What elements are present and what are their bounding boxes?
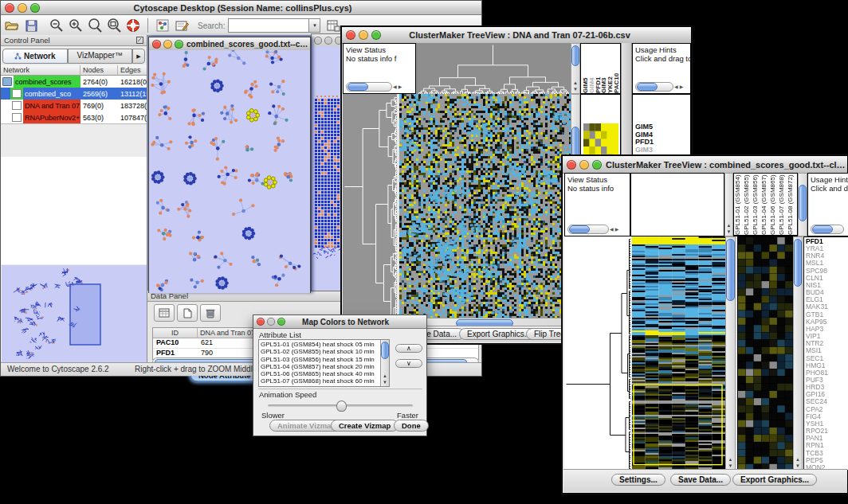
search-dropdown-arrow-icon[interactable]: ▼: [309, 18, 320, 33]
attribute-list-item[interactable]: GPL51-03 (GSM856) heat shock 15 min: [261, 356, 389, 363]
attribute-browser-icon[interactable]: [325, 18, 341, 33]
search-input[interactable]: [228, 18, 309, 33]
delete-attribute-trash-icon[interactable]: [200, 304, 221, 322]
minimize-button[interactable]: [324, 37, 332, 45]
gene-label[interactable]: FIG4: [806, 413, 848, 420]
zoom-fit-button[interactable]: [106, 18, 122, 33]
close-button[interactable]: [314, 37, 322, 45]
minimize-button[interactable]: [163, 40, 172, 49]
gene-label[interactable]: PUF3: [806, 377, 848, 384]
settings-button[interactable]: Settings...: [611, 474, 665, 486]
attribute-list-item[interactable]: GPL51-07 (GSM868) heat shock 60 min: [261, 377, 389, 385]
move-attribute-up-button[interactable]: ∧: [395, 344, 422, 353]
tv1-usage-scrollbar[interactable]: ◀▶: [635, 82, 684, 92]
gene-label[interactable]: SPC98: [806, 268, 848, 275]
gene-label[interactable]: HRD3: [806, 384, 848, 391]
tv1-column-dendrogram[interactable]: [416, 43, 571, 94]
tv1-status-scrollbar[interactable]: ◀▶: [346, 82, 402, 92]
gene-label[interactable]: YSH1: [806, 420, 848, 428]
attribute-list-item[interactable]: GPL51-04 (GSM857) heat shock 20 min: [261, 363, 389, 370]
tab-vizmapper[interactable]: VizMapper™: [68, 49, 133, 64]
gene-label[interactable]: GTB1: [806, 311, 848, 318]
save-button[interactable]: [23, 18, 39, 33]
gene-label[interactable]: MSL1: [806, 260, 848, 267]
tab-network[interactable]: Network: [2, 49, 68, 64]
gene-label[interactable]: RPN1: [806, 442, 848, 449]
network-list-row[interactable]: combined_sco2569(6)13112(15): [1, 88, 147, 100]
vizmapper-icon[interactable]: [155, 18, 171, 33]
close-button[interactable]: [152, 40, 161, 49]
tv1-dendro-vscrollbar[interactable]: ▲ ▼: [571, 43, 580, 94]
zoom-button[interactable]: [30, 3, 40, 13]
network-list-row[interactable]: RNAPuberNov2+I563(0)107847(0): [1, 111, 147, 123]
gene-label[interactable]: PFD1: [806, 238, 848, 245]
gene-label[interactable]: SEC1: [806, 355, 848, 362]
move-attribute-down-button[interactable]: ∨: [395, 359, 422, 368]
new-attribute-button[interactable]: [177, 304, 198, 322]
gene-label[interactable]: MSI1: [806, 347, 848, 354]
zoom-selected-button[interactable]: [87, 18, 103, 33]
network-list-row[interactable]: DNA and Tran 07769(0)183728(0): [1, 100, 147, 111]
gene-label[interactable]: ELG1: [806, 296, 848, 303]
zoom-button[interactable]: [277, 318, 285, 326]
open-file-button[interactable]: [4, 18, 20, 33]
float-panel-icon[interactable]: [136, 37, 143, 44]
attribute-list-vscrollbar[interactable]: ▲ ▼: [380, 340, 389, 386]
select-attributes-button[interactable]: [154, 304, 175, 322]
gene-label[interactable]: NIS1: [806, 282, 848, 289]
close-button[interactable]: [5, 3, 14, 13]
tv1-row-dendrogram[interactable]: [343, 94, 397, 327]
gene-label[interactable]: SEC24: [806, 398, 848, 405]
create-vizmap-button[interactable]: Create Vizmap: [331, 420, 398, 432]
export-graphics-button[interactable]: Export Graphics...: [732, 474, 817, 486]
tv2-heatmap-canvas[interactable]: [632, 236, 725, 471]
annotation-icon[interactable]: [174, 18, 190, 33]
main-titlebar[interactable]: Cytoscape Desktop (Session Name: collins…: [1, 1, 481, 15]
network-graph-canvas[interactable]: [149, 50, 310, 293]
gene-label[interactable]: GPI16: [806, 391, 848, 398]
gene-label[interactable]: BUD4: [806, 289, 848, 296]
close-button[interactable]: [567, 160, 576, 170]
tv2-row-dendrogram[interactable]: [564, 236, 630, 471]
search-combobox[interactable]: ▼: [228, 18, 320, 33]
tv2-usage-scrollbar[interactable]: [811, 225, 844, 234]
zoom-button[interactable]: [592, 160, 602, 170]
save-data-button[interactable]: Save Data...: [670, 474, 731, 486]
gene-label[interactable]: YRA1: [806, 245, 848, 252]
done-button[interactable]: Done: [394, 420, 429, 432]
slider-thumb[interactable]: [336, 400, 347, 412]
minimize-button[interactable]: [18, 3, 27, 13]
attribute-list-item[interactable]: GPL51-06 (GSM865) heat shock 40 min: [261, 370, 389, 377]
close-button[interactable]: [346, 30, 355, 40]
minimize-button[interactable]: [267, 318, 275, 326]
tv2-collabel-scrollbar[interactable]: ▲ ▼: [724, 173, 733, 236]
network-list-row[interactable]: combined_scores2764(0)16218(0): [1, 76, 147, 88]
zoom-button[interactable]: [175, 40, 183, 49]
network-overview-thumbnail[interactable]: [2, 265, 147, 362]
gene-label[interactable]: NTR2: [806, 340, 848, 347]
attribute-list-item[interactable]: GPL51-01 (GSM854) heat shock 05 min: [261, 341, 389, 348]
minimize-button[interactable]: [359, 30, 368, 40]
tab-overflow-arrow-icon[interactable]: ▶: [132, 49, 145, 64]
tv2-status-scrollbar[interactable]: ◀▶: [567, 225, 619, 234]
close-button[interactable]: [257, 318, 265, 326]
tv2-collabels-vscrollbar[interactable]: [798, 173, 807, 236]
gene-label[interactable]: TCB3: [806, 450, 848, 457]
tv2-genelist-vscrollbar[interactable]: ▲ ▼: [793, 236, 803, 471]
gene-label[interactable]: CPA2: [806, 406, 848, 413]
gene-label[interactable]: HMG1: [806, 362, 848, 369]
gene-label[interactable]: PHO81: [806, 369, 848, 377]
gene-label[interactable]: KAP95: [806, 318, 848, 326]
gene-label[interactable]: RNR4: [806, 252, 848, 260]
help-lifebuoy-icon[interactable]: [125, 18, 141, 33]
tv2-heatmap-vscrollbar[interactable]: ▲ ▼: [725, 236, 736, 471]
tv1-heatmap-canvas[interactable]: [399, 94, 571, 318]
tv2-selection-detail-heatmap[interactable]: [737, 236, 794, 472]
zoom-out-button[interactable]: [49, 18, 65, 33]
attribute-list-item[interactable]: GPL51-02 (GSM855) heat shock 10 min: [261, 348, 389, 355]
attribute-listbox[interactable]: GPL51-01 (GSM854) heat shock 05 minGPL51…: [258, 339, 390, 387]
gene-label[interactable]: HAP3: [806, 326, 848, 333]
animation-speed-slider[interactable]: [268, 404, 413, 407]
zoom-in-button[interactable]: [68, 18, 84, 33]
adjacency-grid-network-canvas[interactable]: [312, 46, 340, 291]
